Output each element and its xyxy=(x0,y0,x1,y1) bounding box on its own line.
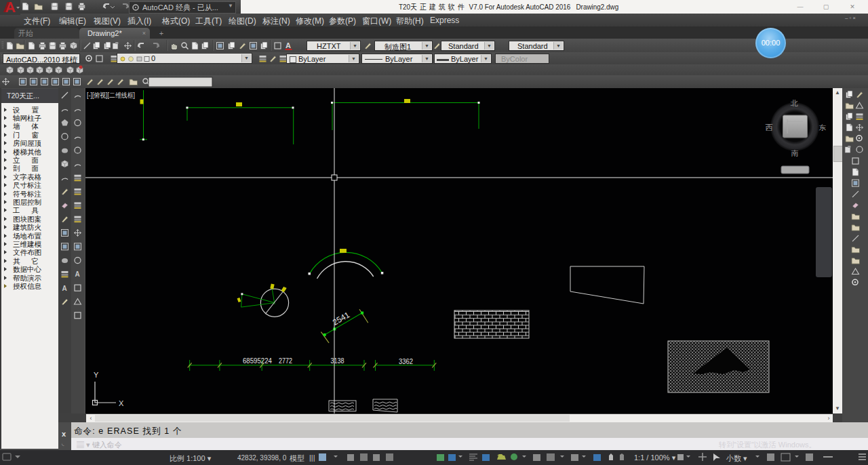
svg-text:南: 南 xyxy=(791,149,799,157)
svg-text:北: 北 xyxy=(790,99,798,107)
svg-text:东: 东 xyxy=(819,123,827,132)
svg-text:2541: 2541 xyxy=(331,310,351,327)
svg-text:[-][俯视][二维线框]: [-][俯视][二维线框] xyxy=(87,92,135,99)
svg-text:2772: 2772 xyxy=(279,357,292,365)
svg-text:Y: Y xyxy=(94,371,99,379)
svg-text:68595224: 68595224 xyxy=(243,357,272,365)
svg-text:3362: 3362 xyxy=(399,357,413,365)
svg-text:3138: 3138 xyxy=(331,357,344,365)
svg-text:X: X xyxy=(119,399,124,407)
svg-text:西: 西 xyxy=(766,123,773,132)
